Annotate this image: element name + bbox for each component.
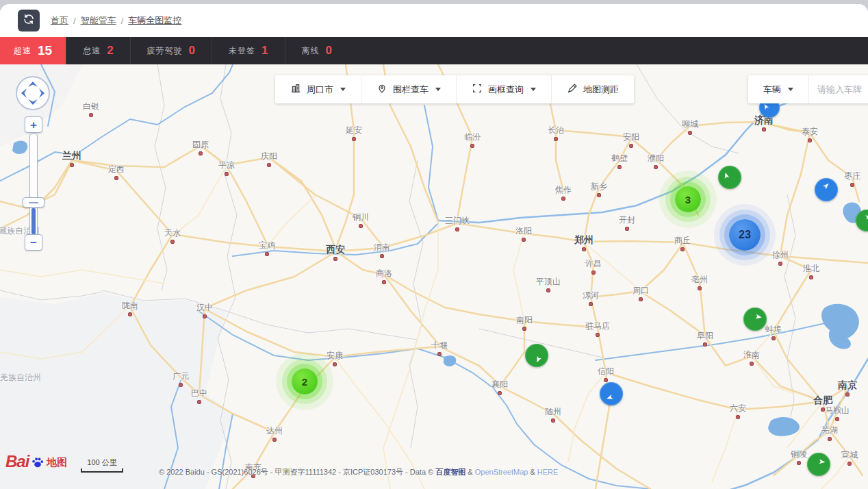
chevron-down-icon xyxy=(788,88,793,91)
vehicle-marker-green[interactable] xyxy=(743,308,767,331)
map-toolbar: 周口市围栏查车画框查询地图测距 xyxy=(275,75,634,103)
alarm-tab-count: 0 xyxy=(189,44,195,58)
here-link[interactable]: HERE xyxy=(537,468,559,476)
zoom-slider-handle[interactable] xyxy=(23,197,44,208)
vehicle-heading-icon xyxy=(858,212,868,228)
breadcrumb-bar: 首页/智能管车/车辆全图监控 xyxy=(0,4,868,37)
toolbar-button-label: 画框查询 xyxy=(488,84,524,96)
vehicle-heading-icon xyxy=(747,311,763,327)
alarm-tab-fatigue[interactable]: 疲劳驾驶0 xyxy=(130,37,212,64)
baidu-logo-text: Bai xyxy=(5,452,29,471)
map-pan-compass[interactable] xyxy=(15,75,51,111)
breadcrumb-item[interactable]: 车辆全图监控 xyxy=(128,14,181,27)
breadcrumb: 首页/智能管车/车辆全图监控 xyxy=(51,14,181,27)
plate-search-input[interactable] xyxy=(809,75,868,103)
alarm-tab-count: 0 xyxy=(326,44,332,58)
toolbar-button-label: 地图测距 xyxy=(583,84,619,96)
vehicle-marker-green[interactable] xyxy=(525,344,548,367)
fence-pin-icon xyxy=(376,83,387,96)
cluster-count: 3 xyxy=(685,194,691,205)
breadcrumb-item[interactable]: 首页 xyxy=(51,14,68,27)
vehicle-marker-green[interactable] xyxy=(718,166,741,189)
alarm-tab-label: 离线 xyxy=(302,45,320,57)
alarm-tab-label: 怠速 xyxy=(83,45,101,57)
map-scale-label: 100 公里 xyxy=(81,457,123,468)
refresh-button[interactable] xyxy=(18,10,40,32)
breadcrumb-separator: / xyxy=(121,16,124,26)
toolbar-button-box[interactable]: 画框查询 xyxy=(457,75,551,103)
toolbar-button-measure[interactable]: 地图测距 xyxy=(552,75,634,103)
alarm-tab-offline[interactable]: 离线0 xyxy=(285,37,348,64)
chevron-down-icon xyxy=(435,88,441,91)
map-scale: 100 公里 xyxy=(81,457,123,473)
vehicle-marker-blue[interactable] xyxy=(815,178,838,201)
alarm-tab-count: 1 xyxy=(261,44,268,58)
alarm-tab-unsigned[interactable]: 未登签1 xyxy=(212,37,284,64)
chevron-down-icon xyxy=(340,88,346,91)
alarm-tab-label: 未登签 xyxy=(229,45,255,57)
copyright-sep: & xyxy=(465,468,474,476)
toolbar-button-label: 围栏查车 xyxy=(393,84,429,96)
copyright-text: © 2022 Baidu - GS(2021)6026号 - 甲测资字11111… xyxy=(159,468,435,476)
zoom-out-button[interactable]: − xyxy=(25,234,42,251)
chevron-down-icon xyxy=(531,88,536,91)
alarm-tab-overspeed[interactable]: 超速15 xyxy=(0,37,66,64)
cluster-count: 2 xyxy=(302,376,307,388)
breadcrumb-item[interactable]: 智能管车 xyxy=(81,14,116,27)
map-copyright: © 2022 Baidu - GS(2021)6026号 - 甲测资字11111… xyxy=(159,467,558,477)
vehicle-heading-icon xyxy=(811,457,826,472)
vehicle-heading-icon xyxy=(527,346,546,364)
map-background-art xyxy=(0,64,868,489)
baidu-paw-icon xyxy=(30,455,45,470)
copyright-sep: & xyxy=(528,468,537,476)
vehicle-heading-icon xyxy=(602,385,620,403)
alarm-tab-label: 疲劳驾驶 xyxy=(147,45,183,57)
vehicle-monitor-page: 首页/智能管车/车辆全图监控 超速15怠速2疲劳驾驶0未登签1离线0 xyxy=(0,0,868,489)
cluster-marker-blue[interactable]: 23 xyxy=(729,219,761,251)
alarm-tab-idle[interactable]: 怠速2 xyxy=(66,37,129,64)
map-scale-bar xyxy=(81,468,123,473)
alarm-tab-bar: 超速15怠速2疲劳驾驶0未登签1离线0 xyxy=(0,37,868,64)
map-canvas[interactable]: 兰州西安郑州济南合肥南京白银定西固原平凉庆阳延安临汾长治安阳鹤壁濮阳聊城泰安枣庄… xyxy=(0,64,868,489)
alarm-tab-label: 超速 xyxy=(14,45,31,57)
vehicle-marker-blue[interactable] xyxy=(600,382,623,405)
toolbar-button-fence[interactable]: 围栏查车 xyxy=(361,75,456,103)
copyright-brand: 百度智图 xyxy=(435,468,465,476)
vehicle-marker-green[interactable] xyxy=(807,453,830,476)
box-select-icon xyxy=(472,83,483,96)
alarm-tab-count: 2 xyxy=(107,44,113,58)
vehicle-search-group: 车辆 xyxy=(748,75,868,103)
toolbar-button-label: 周口市 xyxy=(307,84,333,96)
vehicle-filter-label: 车辆 xyxy=(763,84,781,96)
zoom-slider-fill xyxy=(31,208,36,234)
vehicle-heading-icon xyxy=(722,169,739,186)
toolbar-button-city[interactable]: 周口市 xyxy=(275,75,361,103)
cluster-marker-green[interactable]: 2 xyxy=(292,368,318,394)
content-card: 首页/智能管车/车辆全图监控 超速15怠速2疲劳驾驶0未登签1离线0 xyxy=(0,4,868,489)
vehicle-heading-icon xyxy=(817,180,837,200)
baidu-logo-suffix: 地图 xyxy=(47,456,67,469)
measure-icon xyxy=(567,83,578,96)
baidu-logo: Bai 地图 xyxy=(5,452,67,471)
alarm-tab-count: 15 xyxy=(38,43,52,58)
cluster-marker-green[interactable]: 3 xyxy=(675,186,701,212)
osm-link[interactable]: OpenStreetMap xyxy=(475,468,528,476)
breadcrumb-separator: / xyxy=(73,16,76,26)
zoom-in-button[interactable]: + xyxy=(25,116,42,133)
refresh-icon xyxy=(23,13,35,28)
vehicle-filter-dropdown[interactable]: 车辆 xyxy=(748,75,808,103)
cluster-count: 23 xyxy=(739,229,751,241)
city-icon xyxy=(290,83,301,96)
